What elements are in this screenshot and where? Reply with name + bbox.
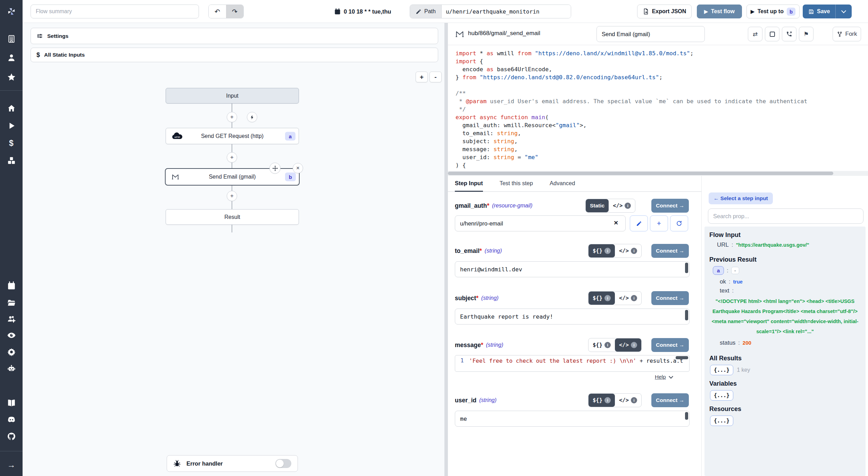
fork-button[interactable]: Fork: [833, 27, 861, 41]
to-email-input[interactable]: [455, 261, 690, 277]
flow-input-url-row[interactable]: URL : "https://earthquake.usgs.gov/": [717, 241, 862, 248]
audit-eye-icon[interactable]: [0, 328, 23, 342]
code-mode-button[interactable]: </>i: [615, 244, 641, 257]
http-get-node[interactable]: HTTP Send GET Request (http) a: [166, 128, 299, 144]
export-json-button[interactable]: Export JSON: [637, 5, 692, 18]
error-handler-row[interactable]: Error handler: [167, 455, 298, 472]
result-node[interactable]: Result: [166, 209, 299, 225]
flow-summary-input[interactable]: [31, 5, 199, 18]
user-id-input[interactable]: [455, 411, 690, 427]
expr-mode-button[interactable]: ${}i: [589, 338, 615, 352]
add-resource-button[interactable]: +: [650, 215, 668, 231]
zoom-in-button[interactable]: +: [416, 72, 428, 82]
subject-input[interactable]: [455, 309, 690, 325]
runs-play-icon[interactable]: [0, 119, 23, 133]
path-value[interactable]: u/henri/earthquake_monitorin: [442, 5, 571, 18]
code-mode-button[interactable]: </>i: [615, 394, 641, 407]
edit-path-button[interactable]: Path: [410, 5, 442, 18]
tab-step-input[interactable]: Step Input: [455, 176, 483, 192]
connect-button-user-id[interactable]: Connect →: [651, 393, 689, 407]
workers-robot-icon[interactable]: [0, 361, 23, 375]
error-handler-toggle[interactable]: [275, 459, 291, 468]
schedules-calendar-icon[interactable]: [0, 279, 23, 293]
panel-resize-handle[interactable]: [444, 23, 448, 476]
ok-row[interactable]: ok : true: [720, 278, 862, 285]
resources-object-badge[interactable]: {...}: [710, 416, 733, 426]
code-editor[interactable]: import * as wmill from "https://deno.lan…: [448, 45, 868, 171]
save-button[interactable]: Save: [803, 5, 836, 18]
input-scrollbar[interactable]: [685, 310, 688, 320]
hub-script-path[interactable]: hub/868/gmail/_send_email: [468, 30, 540, 37]
input-scrollbar[interactable]: [685, 263, 688, 273]
add-step-button[interactable]: +: [227, 191, 237, 201]
folders-icon[interactable]: [0, 296, 23, 310]
favorites-star-icon[interactable]: [0, 70, 23, 84]
collapse-sidebar-arrow-icon[interactable]: →: [0, 458, 23, 472]
schedule-summary[interactable]: 0 10 18 * * tue,thu: [334, 0, 391, 23]
user-icon[interactable]: [0, 51, 23, 65]
edit-resource-button[interactable]: [630, 215, 648, 231]
message-expression-editor[interactable]: 1 'Feel free to check out the latest rep…: [455, 355, 690, 372]
refresh-resource-button[interactable]: [670, 215, 688, 231]
test-up-to-button[interactable]: ▶ Test up to b: [746, 5, 800, 18]
expr-mode-button[interactable]: ${}i: [589, 292, 615, 305]
undo-button[interactable]: ↶: [209, 5, 226, 18]
connect-button-gmail-auth[interactable]: Connect →: [651, 199, 689, 213]
clear-resource-button[interactable]: ×: [614, 219, 618, 227]
text-value[interactable]: "<!DOCTYPE html> <html lang="en"> <head>…: [709, 296, 861, 337]
stop-square-button[interactable]: [765, 27, 779, 41]
select-step-input-button[interactable]: ← Select a step input: [709, 192, 773, 204]
tab-advanced[interactable]: Advanced: [550, 176, 575, 192]
search-prop-input[interactable]: [708, 208, 863, 224]
scrollbar-thumb[interactable]: [448, 172, 833, 175]
windmill-logo-icon[interactable]: [0, 5, 23, 18]
add-step-button[interactable]: +: [227, 112, 237, 122]
code-mode-button[interactable]: </>i: [615, 338, 641, 352]
move-step-handle[interactable]: [269, 163, 281, 174]
input-scrollbar[interactable]: [685, 412, 688, 420]
code-mode-button[interactable]: </>i: [609, 199, 635, 212]
gmail-node-label: Send Email (gmail): [209, 174, 256, 180]
zoom-out-button[interactable]: -: [429, 72, 442, 82]
editor-scrollbar[interactable]: [676, 356, 688, 359]
all-results-object-badge[interactable]: {...}: [710, 365, 733, 375]
test-flow-button[interactable]: ▶ Test flow: [697, 5, 742, 18]
groups-users-icon[interactable]: [0, 312, 23, 326]
add-trigger-bolt-button[interactable]: [247, 112, 257, 122]
gmail-auth-input[interactable]: [455, 215, 626, 231]
delete-step-button[interactable]: ×: [293, 163, 303, 173]
help-link[interactable]: Help: [655, 374, 673, 380]
redo-button[interactable]: ↷: [226, 5, 243, 18]
connect-button-subject[interactable]: Connect →: [651, 291, 689, 305]
add-step-button[interactable]: +: [227, 152, 237, 163]
collapse-button[interactable]: -: [731, 267, 739, 274]
docs-book-icon[interactable]: [0, 396, 23, 410]
static-mode-button[interactable]: Static: [586, 199, 609, 212]
home-icon[interactable]: [0, 101, 23, 115]
status-row[interactable]: status : 200: [720, 339, 862, 346]
resources-cubes-icon[interactable]: [0, 154, 23, 167]
code-horizontal-scrollbar[interactable]: [448, 171, 868, 176]
flow-settings-row[interactable]: Settings: [31, 28, 438, 44]
save-dropdown-button[interactable]: [836, 5, 852, 18]
swap-script-button[interactable]: ⇄: [748, 27, 762, 41]
code-mode-button[interactable]: </>i: [615, 292, 641, 305]
step-a-badge[interactable]: a: [713, 266, 724, 275]
tab-test-this-step[interactable]: Test this step: [500, 176, 533, 192]
expr-mode-button[interactable]: ${}i: [589, 244, 615, 257]
discord-icon[interactable]: [0, 413, 23, 427]
flag-button[interactable]: ⚑: [799, 27, 813, 41]
workspace-icon[interactable]: [0, 32, 23, 46]
text-row[interactable]: text :: [720, 287, 862, 294]
variables-object-badge[interactable]: {...}: [710, 390, 733, 401]
github-icon[interactable]: [0, 429, 23, 443]
expr-mode-button[interactable]: ${}i: [589, 394, 615, 407]
webhook-phone-button[interactable]: [782, 27, 796, 41]
connect-button-message[interactable]: Connect →: [651, 338, 689, 352]
input-node[interactable]: Input: [166, 88, 299, 104]
connect-button-to-email[interactable]: Connect →: [651, 244, 689, 258]
settings-gear-icon[interactable]: [0, 345, 23, 359]
step-name-input[interactable]: [596, 26, 705, 42]
all-static-inputs-row[interactable]: $ All Static Inputs: [31, 48, 438, 62]
variables-dollar-icon[interactable]: $: [0, 136, 23, 150]
